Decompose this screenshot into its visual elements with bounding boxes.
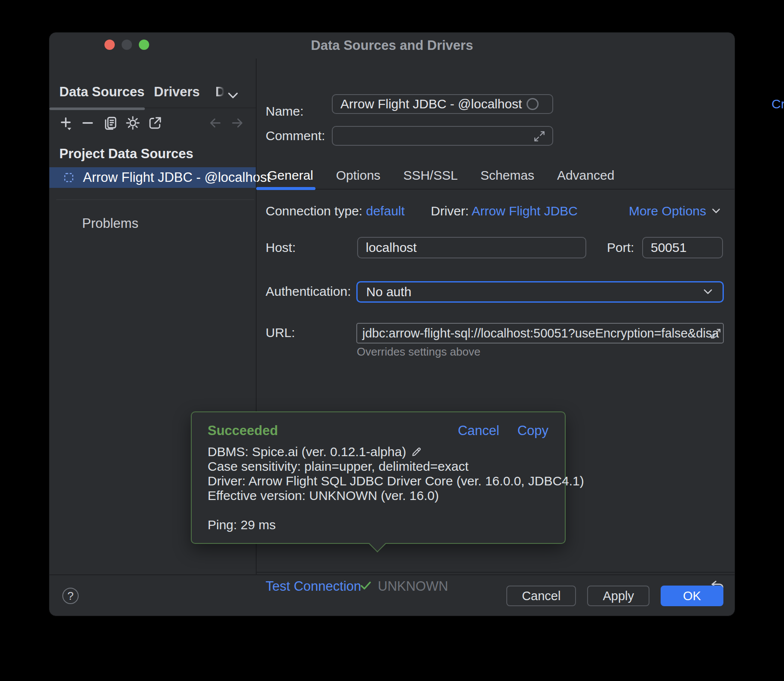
data-sources-dialog: Data Sources and Drivers Data Sources Dr… bbox=[49, 32, 735, 616]
connection-type-value-link[interactable]: default bbox=[366, 204, 405, 218]
window-title: Data Sources and Drivers bbox=[49, 38, 735, 53]
expand-comment-icon[interactable] bbox=[533, 129, 546, 143]
gear-icon[interactable] bbox=[125, 115, 141, 131]
connection-type-row: Connection type: default Driver: Arrow F… bbox=[266, 204, 578, 218]
more-options-label[interactable]: More Options bbox=[629, 204, 706, 218]
authentication-value: No auth bbox=[366, 285, 411, 299]
more-options-link[interactable]: More Options bbox=[629, 204, 722, 218]
comment-input[interactable] bbox=[332, 126, 553, 146]
popup-cancel-link[interactable]: Cancel bbox=[458, 423, 499, 439]
url-input[interactable]: jdbc:arrow-flight-sql://localhost:50051?… bbox=[356, 323, 724, 344]
tab-data-sources[interactable]: Data Sources bbox=[59, 84, 144, 100]
tab-schemas[interactable]: Schemas bbox=[481, 168, 534, 183]
port-input[interactable] bbox=[642, 237, 723, 258]
authentication-select[interactable]: No auth bbox=[356, 281, 724, 303]
popup-ping-line: Ping: 29 ms bbox=[208, 518, 552, 532]
tab-ssh-ssl[interactable]: SSH/SSL bbox=[403, 168, 458, 183]
screen: Data Sources and Drivers Data Sources Dr… bbox=[0, 0, 784, 681]
active-form-tab-underline bbox=[256, 187, 315, 190]
data-source-item-selected[interactable]: Arrow Flight JDBC - @localhost bbox=[49, 167, 256, 188]
titlebar: Data Sources and Drivers bbox=[49, 33, 735, 58]
expand-url-icon[interactable] bbox=[709, 327, 722, 340]
remove-data-source-button[interactable] bbox=[80, 115, 96, 131]
help-label: ? bbox=[67, 589, 74, 603]
name-input[interactable] bbox=[332, 94, 553, 114]
popup-status: Succeeded bbox=[208, 423, 278, 439]
sidebar-divider bbox=[56, 199, 254, 200]
driver-value-link[interactable]: Arrow Flight JDBC bbox=[472, 204, 578, 218]
tabs-divider bbox=[256, 189, 735, 190]
popup-version-line: Effective version: UNKNOWN (ver. 16.0) bbox=[208, 488, 552, 503]
progress-spinner-icon bbox=[527, 98, 539, 110]
popup-body: DBMS: Spice.ai (ver. 0.12.1-alpha) Case … bbox=[208, 445, 552, 532]
chevron-down-icon bbox=[702, 287, 714, 297]
comment-label: Comment: bbox=[266, 129, 325, 143]
driver-label: Driver: bbox=[431, 204, 469, 218]
data-source-item-label: Arrow Flight JDBC - @localhost bbox=[83, 170, 270, 185]
popup-dbms-line: DBMS: Spice.ai (ver. 0.12.1-alpha) bbox=[208, 445, 406, 459]
add-data-source-button[interactable] bbox=[58, 115, 74, 131]
help-button[interactable]: ? bbox=[62, 588, 79, 604]
authentication-label: Authentication: bbox=[266, 284, 351, 299]
create-ddl-mapping-link[interactable]: Create DDL Mapping bbox=[772, 97, 784, 111]
port-label: Port: bbox=[607, 240, 634, 255]
open-in-new-window-icon[interactable] bbox=[147, 115, 163, 131]
active-tab-underline bbox=[49, 107, 145, 110]
chevron-down-icon[interactable] bbox=[227, 90, 239, 101]
forward-arrow-icon[interactable] bbox=[229, 115, 245, 131]
test-connection-popup: Succeeded Cancel Copy DBMS: Spice.ai (ve… bbox=[191, 411, 566, 544]
tab-drivers[interactable]: Drivers bbox=[154, 84, 200, 100]
tab-ddl-mappings-truncated[interactable]: D bbox=[215, 84, 225, 100]
duplicate-icon[interactable] bbox=[102, 115, 119, 131]
host-input[interactable] bbox=[357, 237, 586, 258]
popup-driver-line: Driver: Arrow Flight SQL JDBC Driver Cor… bbox=[208, 474, 552, 488]
data-source-icon bbox=[63, 172, 74, 183]
url-hint: Overrides settings above bbox=[357, 345, 481, 359]
form-tabs: General Options SSH/SSL Schemas Advanced bbox=[267, 168, 614, 183]
bottom-bar: ? Cancel Apply OK bbox=[49, 574, 735, 616]
edit-pencil-icon[interactable] bbox=[410, 446, 423, 458]
sidebar-toolbar bbox=[49, 115, 256, 131]
cancel-button[interactable]: Cancel bbox=[506, 586, 576, 606]
back-arrow-icon[interactable] bbox=[207, 115, 224, 131]
popup-copy-link[interactable]: Copy bbox=[518, 423, 548, 439]
sidebar-tabstrip: Data Sources Drivers D bbox=[49, 84, 256, 108]
tab-advanced[interactable]: Advanced bbox=[557, 168, 614, 183]
sidebar-item-problems[interactable]: Problems bbox=[82, 216, 138, 231]
chevron-down-icon bbox=[710, 206, 722, 216]
tab-options[interactable]: Options bbox=[336, 168, 380, 183]
host-label: Host: bbox=[266, 240, 296, 255]
tab-general[interactable]: General bbox=[267, 168, 313, 183]
popup-case-line: Case sensitivity: plain=upper, delimited… bbox=[208, 459, 552, 474]
url-value: jdbc:arrow-flight-sql://localhost:50051?… bbox=[357, 324, 723, 343]
ok-button[interactable]: OK bbox=[661, 586, 723, 606]
name-label: Name: bbox=[266, 104, 303, 119]
url-label: URL: bbox=[266, 325, 295, 340]
apply-button[interactable]: Apply bbox=[587, 586, 649, 606]
project-data-sources-header: Project Data Sources bbox=[59, 146, 193, 162]
connection-type-label: Connection type: bbox=[266, 204, 362, 218]
